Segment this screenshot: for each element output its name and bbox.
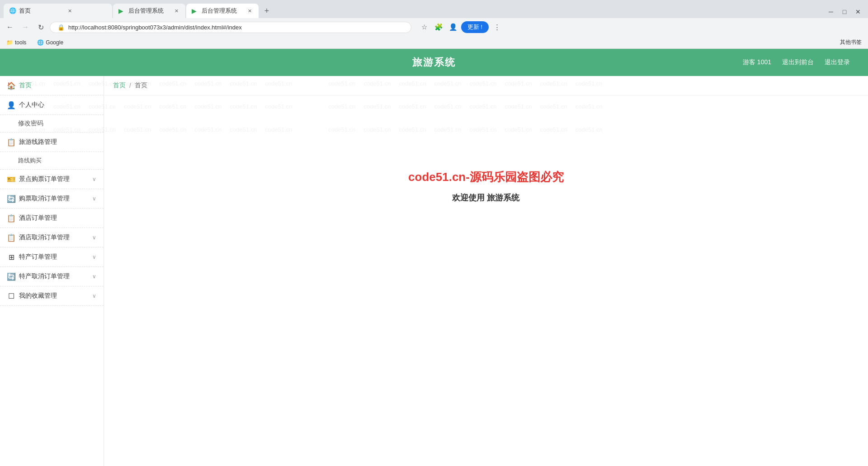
menu-icon[interactable]: ⋮ [491,21,503,33]
sidebar-item-home[interactable]: 🏠 首页 [0,76,104,95]
minimize-button[interactable]: ─ [825,5,837,18]
collect-arrow-icon: ∨ [92,293,96,299]
address-bar[interactable]: 🔒 http://localhost:8080/springboot073x3/… [50,22,411,33]
hotel-icon: 📋 [7,214,15,222]
sidebar-item-hotel-cancel-label: 酒店取消订单管理 [19,233,89,242]
bookmark-tools-label: tools [15,39,26,46]
sidebar-item-special-orders-label: 特产订单管理 [19,253,89,261]
sidebar-item-tour-routes-label: 旅游线路管理 [19,138,96,146]
sidebar-item-change-password[interactable]: 修改密码 [0,115,104,133]
back-button[interactable]: ← [4,21,16,33]
google-icon: 🌐 [37,39,44,46]
sidebar-item-scenic-orders[interactable]: 🎫 景点购票订单管理 ∨ [0,170,104,189]
sidebar-item-hotel-cancel[interactable]: 📋 酒店取消订单管理 ∨ [0,228,104,247]
new-tab-button[interactable]: + [259,4,274,18]
special-cancel-arrow-icon: ∨ [92,273,96,280]
sidebar-item-special-cancel-label: 特产取消订单管理 [19,272,89,281]
breadcrumb-separator: / [129,82,131,89]
other-bookmarks-label: 其他书签 [840,38,862,46]
sidebar-item-personal[interactable]: 👤 个人中心 [0,95,104,115]
tab3-icon: ▶ [192,7,199,14]
sidebar-item-special-cancel[interactable]: 🔄 特产取消订单管理 ∨ [0,267,104,286]
ticket-icon: 🎫 [7,175,15,183]
tab1-label: 首页 [19,7,31,15]
bookmark-google[interactable]: 🌐 Google [34,38,66,47]
tab1-close[interactable]: ✕ [33,7,106,14]
lock-icon: 🔒 [57,24,65,31]
list-icon: 📋 [7,138,15,146]
ticket-cancel-icon: 🔄 [7,195,15,203]
sidebar-item-my-collect-label: 我的收藏管理 [19,292,89,300]
main-content: 首页 / 首页 code51.cn-源码乐园盗图必究 欢迎使用 旅游系统 [104,76,868,466]
sidebar-item-hotel-orders-label: 酒店订单管理 [19,214,96,222]
sidebar-item-change-password-label: 修改密码 [18,119,43,128]
url-text: http://localhost:8080/springboot073x3/ad… [68,24,242,31]
bookmark-tools[interactable]: 📁 tools [4,38,29,47]
browser-tab-2[interactable]: ▶ 后台管理系统 ✕ [113,4,185,18]
browser-tab-1[interactable]: 🌐 首页 ✕ [4,4,112,18]
app-title: 旅游系统 [412,56,456,69]
back-to-front-link[interactable]: 退出到前台 [782,58,814,67]
breadcrumb-home-link[interactable]: 首页 [113,81,126,90]
special-cancel-icon: 🔄 [7,272,15,281]
hotel-cancel-arrow-icon: ∨ [92,234,96,241]
header-user: 游客 1001 [743,58,771,67]
special-icon: ⊞ [7,253,15,261]
breadcrumb: 首页 / 首页 [104,76,868,95]
collect-icon: ☐ [7,292,15,300]
tab2-close[interactable]: ✕ [173,7,180,14]
update-button[interactable]: 更新 ! [461,21,489,33]
sidebar-item-scenic-orders-label: 景点购票订单管理 [19,175,89,183]
forward-button[interactable]: → [19,21,32,33]
profile-icon[interactable]: 👤 [447,21,459,33]
tab3-label: 后台管理系统 [202,7,237,15]
sidebar-item-personal-label: 个人中心 [19,101,96,109]
bookmark-google-label: Google [46,39,63,46]
sidebar-item-route-purchase-label: 路线购买 [18,157,42,165]
sidebar-item-my-collect[interactable]: ☐ 我的收藏管理 ∨ [0,286,104,306]
main-body: code51.cn-源码乐园盗图必究 欢迎使用 旅游系统 [104,95,868,276]
welcome-text: 欢迎使用 旅游系统 [452,192,519,203]
sidebar: 🏠 首页 👤 个人中心 修改密码 📋 旅游线路管理 路线购买 [0,76,104,466]
sidebar-item-home-label: 首页 [19,81,96,90]
sidebar-item-special-orders[interactable]: ⊞ 特产订单管理 ∨ [0,247,104,267]
restore-button[interactable]: □ [838,5,851,18]
close-window-button[interactable]: ✕ [852,5,864,18]
app-header: 旅游系统 游客 1001 退出到前台 退出登录 [0,49,868,76]
person-icon: 👤 [7,101,15,109]
sidebar-item-tour-routes[interactable]: 📋 旅游线路管理 [0,133,104,152]
tab3-close[interactable]: ✕ [246,7,253,14]
extensions-icon[interactable]: 🧩 [432,21,445,33]
breadcrumb-current: 首页 [135,81,147,90]
tab2-label: 后台管理系统 [128,7,164,15]
special-orders-arrow-icon: ∨ [92,254,96,260]
watermark-notice: code51.cn-源码乐园盗图必究 [408,169,564,185]
sidebar-item-hotel-orders[interactable]: 📋 酒店订单管理 [0,209,104,228]
hotel-cancel-icon: 📋 [7,233,15,242]
scenic-orders-arrow-icon: ∨ [92,176,96,182]
bookmark-star-icon[interactable]: ☆ [418,21,430,33]
sidebar-item-route-purchase[interactable]: 路线购买 [0,152,104,170]
folder-icon: 📁 [6,39,13,46]
home-icon: 🏠 [7,81,15,90]
sidebar-item-ticket-cancel-label: 购票取消订单管理 [19,195,89,203]
header-right: 游客 1001 退出到前台 退出登录 [743,58,850,67]
reload-button[interactable]: ↻ [34,21,47,33]
browser-tab-3[interactable]: ▶ 后台管理系统 ✕ [186,4,259,18]
logout-link[interactable]: 退出登录 [825,58,850,67]
sidebar-item-ticket-cancel[interactable]: 🔄 购票取消订单管理 ∨ [0,189,104,209]
tab1-icon: 🌐 [9,7,16,14]
ticket-cancel-arrow-icon: ∨ [92,195,96,202]
tab2-icon: ▶ [118,7,126,14]
other-bookmarks[interactable]: 其他书签 [837,38,864,47]
